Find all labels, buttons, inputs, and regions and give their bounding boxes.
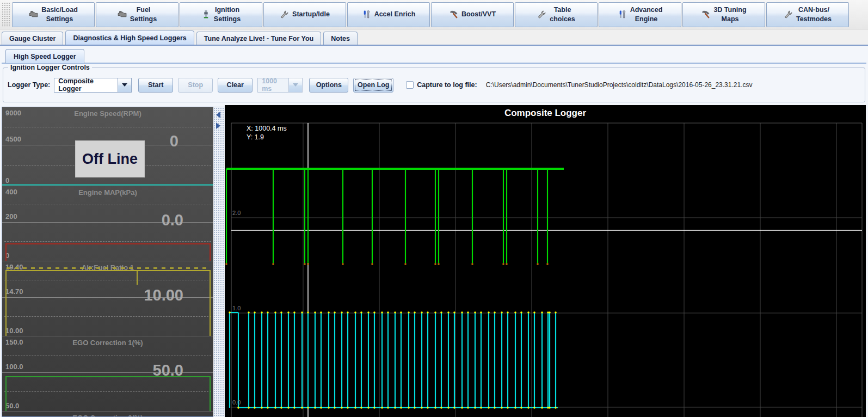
chart-y-label: 2.0: [232, 210, 241, 216]
basic-load-settings-button[interactable]: Basic/LoadSettings: [12, 2, 95, 27]
subtab-label: High Speed Logger: [14, 53, 76, 60]
toolbar-drag-handle[interactable]: [2, 2, 10, 27]
gauge-mid-label: 200: [5, 212, 17, 220]
button-label: Engine: [635, 15, 658, 23]
tab-label: Notes: [331, 35, 350, 42]
gauge-title: Engine MAP(kPa): [2, 188, 213, 197]
collapse-right-icon[interactable]: [216, 122, 220, 129]
clear-button[interactable]: Clear: [218, 78, 253, 93]
gauge-trace-noise: [7, 267, 209, 269]
fuel-settings-button[interactable]: FuelSettings: [96, 2, 178, 27]
offline-badge: Off Line: [75, 140, 145, 177]
accel-enrich-button[interactable]: Accel Enrich: [347, 2, 430, 27]
log-file-path: C:\Users\admin\Documents\TunerStudioProj…: [486, 81, 753, 89]
gauge-min-label: 0: [5, 176, 9, 185]
gauge-air-fuel-ratio: Air:Fuel Ratio 1 19.40 14.70 10.00 10.00: [2, 261, 213, 336]
subtab-underline: [2, 63, 866, 64]
sub-tab-bar: High Speed Logger: [5, 49, 84, 63]
3d-tuning-maps-button[interactable]: 3D TuningMaps: [682, 2, 765, 27]
logger-type-combobox[interactable]: Composite Logger: [54, 78, 132, 93]
button-label: Boost/VVT: [461, 10, 496, 19]
cursor-x-value: X: 1000.4 ms: [247, 125, 287, 133]
tab-gauge-cluster[interactable]: Gauge Cluster: [2, 32, 63, 45]
ignition-settings-button[interactable]: IgnitionSettings: [180, 2, 262, 27]
main-toolbar: Basic/LoadSettings FuelSettings Ignition…: [0, 0, 868, 29]
button-label: Accel Enrich: [374, 10, 416, 19]
button-label: Maps: [722, 15, 739, 23]
gauge-mid-label: 4500: [5, 135, 21, 143]
stop-button[interactable]: Stop: [178, 78, 213, 93]
chart-y-label: 0.0: [232, 399, 241, 406]
gauge-engine-speed: Engine Speed(RPM) 9000 4500 0 0 Off Line: [2, 107, 213, 186]
gauge-value: 0: [170, 132, 178, 150]
button-label: 3D Tuning: [713, 5, 746, 14]
gauge-title: Engine Speed(RPM): [2, 109, 213, 118]
combo-dropdown-button[interactable]: [118, 78, 132, 93]
chevron-down-icon: [122, 83, 127, 87]
screwdriver-wrench-icon: [362, 10, 371, 19]
button-label: Startup/Idle: [292, 10, 330, 19]
ignition-logger-controls-group: Ignition Logger Controls Logger Type: Co…: [3, 68, 865, 102]
gauge-trace: [5, 376, 211, 411]
gauge-value: 0.0: [162, 211, 183, 229]
cursor-y-value: Y: 1.9: [247, 133, 287, 142]
engine-icon: [29, 10, 38, 19]
wrench-icon: [784, 10, 793, 19]
open-log-button[interactable]: Open Log: [353, 78, 393, 93]
gauge-trace: [5, 243, 211, 261]
capture-to-log-checkbox[interactable]: [406, 81, 414, 89]
main-tab-bar: Gauge Cluster Diagnostics & High Speed L…: [2, 32, 358, 45]
split-pane-divider[interactable]: [213, 107, 225, 417]
button-label: Settings: [46, 15, 73, 23]
tab-tune-analyze-live[interactable]: Tune Analyze Live! - Tune For You: [196, 32, 321, 45]
gauge-max-label: 9000: [5, 109, 21, 117]
advanced-engine-button[interactable]: AdvancedEngine: [599, 2, 681, 27]
button-label: Table: [554, 5, 571, 14]
gauge-title: EGO Correction 1(%): [2, 339, 213, 347]
boost-vvt-button[interactable]: Boost/VVT: [431, 2, 514, 27]
options-button[interactable]: Options: [309, 78, 348, 93]
button-label: choices: [550, 15, 575, 23]
gauge-engine-map: Engine MAP(kPa) 400 200 0 0.0: [2, 186, 213, 261]
tab-label: Tune Analyze Live! - Tune For You: [204, 35, 313, 42]
wrench-icon: [537, 10, 546, 19]
table-choices-button[interactable]: Tablechoices: [515, 2, 598, 27]
startup-idle-button[interactable]: Startup/Idle: [263, 2, 346, 27]
group-title: Ignition Logger Controls: [8, 64, 92, 71]
logger-type-label: Logger Type:: [8, 81, 50, 89]
interval-combobox[interactable]: 1000 ms: [257, 78, 303, 93]
gauge-max-label: 150.0: [5, 338, 23, 346]
chevron-down-icon: [289, 78, 303, 93]
tab-label: Diagnostics & High Speed Loggers: [73, 34, 186, 42]
gauge-mid-label: 100.0: [5, 363, 23, 371]
cursor-readout: X: 1000.4 ms Y: 1.9: [247, 125, 287, 142]
collapse-left-icon[interactable]: [216, 112, 220, 118]
tab-high-speed-logger[interactable]: High Speed Logger: [5, 49, 84, 63]
tab-label: Gauge Cluster: [9, 35, 56, 42]
capture-to-log-label: Capture to log file:: [417, 81, 477, 89]
hammer-icon: [701, 10, 710, 19]
can-bus-testmodes-button[interactable]: CAN-bus/Testmodes: [766, 2, 849, 27]
button-label: Ignition: [215, 5, 239, 14]
logger-type-value: Composite Logger: [54, 78, 118, 93]
button-label: Testmodes: [796, 15, 832, 23]
spark-plug-icon: [201, 10, 211, 19]
gauge-ego-correction-1: EGO Correction 1(%) 150.0 100.0 50.0 50.…: [2, 336, 213, 411]
logger-controls-row: Logger Type: Composite Logger Start Stop…: [3, 68, 865, 102]
screwdriver-wrench-icon: [618, 10, 627, 19]
button-label: Settings: [214, 15, 241, 23]
button-label: Settings: [130, 15, 157, 23]
composite-logger-chart[interactable]: Composite Logger X: 1000.4 ms Y: 1.9 2.0…: [225, 105, 866, 417]
button-label: Basic/Load: [41, 5, 78, 14]
button-label: Advanced: [630, 5, 663, 14]
tunerstudio-window: Basic/LoadSettings FuelSettings Ignition…: [0, 0, 868, 417]
start-button[interactable]: Start: [138, 78, 173, 93]
button-label: CAN-bus/: [798, 5, 829, 14]
hammer-icon: [449, 10, 458, 19]
tab-diagnostics-high-speed-loggers[interactable]: Diagnostics & High Speed Loggers: [65, 30, 194, 45]
gauge-trace-dip: [137, 270, 138, 285]
chart-canvas[interactable]: [225, 105, 866, 417]
engine-icon: [118, 10, 127, 19]
gauge-trace: [5, 270, 211, 336]
tab-notes[interactable]: Notes: [323, 32, 358, 45]
